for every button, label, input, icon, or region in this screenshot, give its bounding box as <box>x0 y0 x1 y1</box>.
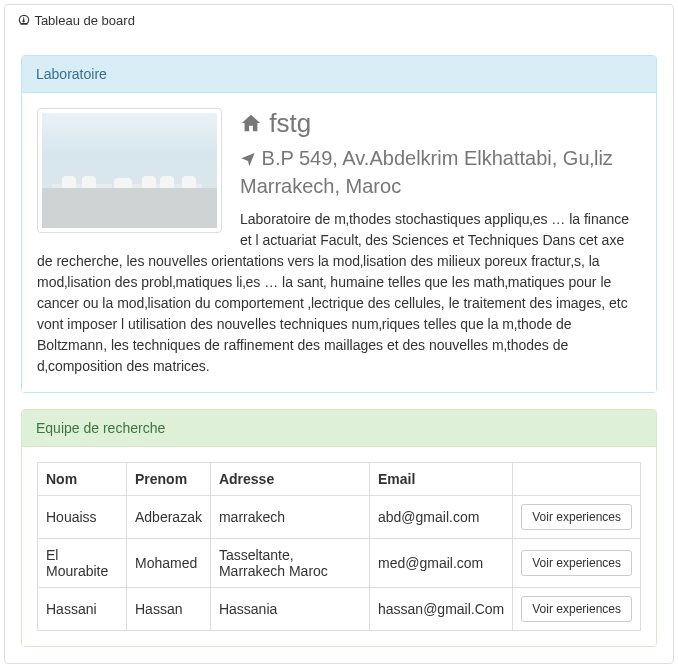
dashboard-icon <box>17 13 31 30</box>
col-adresse: Adresse <box>210 463 369 496</box>
cell-adresse: marrakech <box>210 496 369 539</box>
cell-adresse: Hassania <box>210 588 369 631</box>
cell-nom: El Mourabite <box>38 539 127 588</box>
cell-adresse: Tasseltante, Marrakech Maroc <box>210 539 369 588</box>
home-icon <box>240 110 262 141</box>
cell-prenom: Mohamed <box>127 539 211 588</box>
lab-address: B.P 549, Av.Abdelkrim Elkhattabi, Gu‚liz… <box>240 147 613 197</box>
voir-experiences-button[interactable]: Voir experiences <box>521 504 632 530</box>
dashboard-header: Tableau de board <box>5 5 673 39</box>
cell-action: Voir experiences <box>513 496 641 539</box>
cell-prenom: Adberazak <box>127 496 211 539</box>
cell-email: hassan@gmail.Com <box>370 588 513 631</box>
laboratoire-panel-heading: Laboratoire <box>22 56 656 93</box>
cell-action: Voir experiences <box>513 539 641 588</box>
laboratoire-panel-body: fstg B.P 549, Av.Abdelkrim Elkhattabi, G… <box>22 93 656 392</box>
main-panel: Tableau de board Laboratoire <box>4 4 674 664</box>
col-email: Email <box>370 463 513 496</box>
cell-email: med@gmail.com <box>370 539 513 588</box>
lab-image <box>42 113 217 228</box>
equipe-table: Nom Prenom Adresse Email HouaissAdberaza… <box>37 462 641 631</box>
cell-nom: Hassani <box>38 588 127 631</box>
col-prenom: Prenom <box>127 463 211 496</box>
table-header-row: Nom Prenom Adresse Email <box>38 463 641 496</box>
cell-action: Voir experiences <box>513 588 641 631</box>
lab-thumbnail <box>37 108 222 233</box>
col-nom: Nom <box>38 463 127 496</box>
voir-experiences-button[interactable]: Voir experiences <box>521 550 632 576</box>
cell-prenom: Hassan <box>127 588 211 631</box>
lab-name: fstg <box>269 108 311 138</box>
col-action <box>513 463 641 496</box>
voir-experiences-button[interactable]: Voir experiences <box>521 596 632 622</box>
equipe-panel: Equipe de recherche Nom Prenom Adresse E… <box>21 409 657 647</box>
laboratoire-panel: Laboratoire fs <box>21 55 657 393</box>
cell-email: abd@gmail.com <box>370 496 513 539</box>
table-row: El MourabiteMohamedTasseltante, Marrakec… <box>38 539 641 588</box>
cell-nom: Houaiss <box>38 496 127 539</box>
equipe-panel-body: Nom Prenom Adresse Email HouaissAdberaza… <box>22 447 656 646</box>
table-row: HassaniHassanHassaniahassan@gmail.ComVoi… <box>38 588 641 631</box>
location-arrow-icon <box>240 147 256 173</box>
table-row: HouaissAdberazakmarrakechabd@gmail.comVo… <box>38 496 641 539</box>
dashboard-title: Tableau de board <box>34 13 134 28</box>
lab-description: Laboratoire de m‚thodes stochastiques ap… <box>37 209 641 377</box>
equipe-panel-heading: Equipe de recherche <box>22 410 656 447</box>
